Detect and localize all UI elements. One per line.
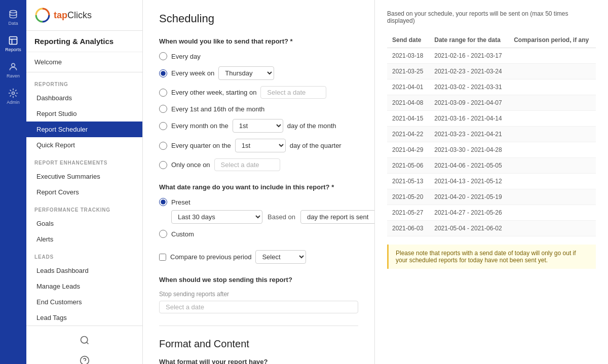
sidebar-item-report-studio[interactable]: Report Studio (26, 106, 142, 122)
table-row: 2021-04-08 2021-03-09 - 2021-04-07 (387, 95, 596, 111)
day-of-week-select[interactable]: Thursday Monday Tuesday Wednesday Friday… (218, 66, 274, 80)
sidebar-welcome[interactable]: Welcome (26, 52, 142, 72)
col-send-date: Send date (387, 32, 429, 48)
scheduling-title: Scheduling (159, 12, 358, 25)
day-of-month-label: day of the month (287, 122, 336, 130)
option-only-once: Only once on Select a date (159, 158, 358, 171)
label-every-week: Every week on (171, 69, 214, 77)
sidebar-item-end-customers[interactable]: End Customers (26, 294, 142, 310)
day-of-quarter-label: day of the quarter (290, 142, 341, 149)
sidebar-section-enhancements: REPORT ENHANCEMENTS (26, 153, 142, 169)
table-row: 2021-03-25 2021-02-23 - 2021-03-24 (387, 64, 596, 79)
sidebar-item-goals[interactable]: Goals (26, 216, 142, 231)
label-every-day: Every day (171, 53, 201, 60)
radio-every-quarter[interactable] (159, 142, 167, 150)
month-day-select[interactable]: 1st2nd3rd (233, 119, 283, 133)
label-every-month: Every month on the (171, 122, 229, 130)
option-every-other-week: Every other week, starting on Select a d… (159, 86, 358, 99)
table-row: 2021-05-27 2021-04-27 - 2021-05-26 (387, 205, 596, 221)
sidebar-item-lead-tags[interactable]: Lead Tags (26, 310, 142, 326)
preset-controls: Last 30 days Last 7 days Last 14 days La… (171, 210, 358, 224)
svg-rect-1 (10, 36, 17, 44)
sidebar-item-report-covers[interactable]: Report Covers (26, 184, 142, 200)
table-row: 2021-04-15 2021-03-16 - 2021-04-14 (387, 111, 596, 127)
sidebar-item-report-scheduler[interactable]: Report Scheduler (26, 122, 142, 137)
sidebar-item-executive-summaries[interactable]: Executive Summaries (26, 169, 142, 184)
compare-checkbox[interactable] (159, 254, 166, 261)
send-date-cell: 2021-04-29 (387, 142, 429, 158)
radio-every-month[interactable] (159, 122, 167, 130)
search-icon-bottom[interactable] (71, 330, 98, 350)
send-date-cell: 2021-05-13 (387, 174, 429, 189)
sidebar-section-leads: LEADS (26, 247, 142, 263)
preset-period-select[interactable]: Last 30 days Last 7 days Last 14 days La… (171, 210, 262, 224)
quarter-day-select[interactable]: 1st2nd3rd (235, 139, 286, 152)
sidebar-item-alerts[interactable]: Alerts (26, 231, 142, 247)
radio-every-day[interactable] (159, 52, 167, 60)
send-date-cell: 2021-04-15 (387, 111, 429, 127)
stop-date-input[interactable]: Select a date (159, 301, 358, 313)
svg-point-2 (12, 63, 15, 67)
table-row: 2021-05-20 2021-04-20 - 2021-05-19 (387, 189, 596, 205)
once-date[interactable]: Select a date (214, 158, 280, 171)
icon-rail: Data Reports Raven Admin (0, 0, 26, 364)
label-every-quarter: Every quarter on the (171, 142, 231, 149)
date-range-cell: 2021-04-27 - 2021-05-26 (429, 205, 509, 221)
radio-every-week[interactable] (159, 69, 167, 77)
col-comparison: Comparison period, if any (509, 32, 596, 48)
sidebar-item-quick-report[interactable]: Quick Report (26, 137, 142, 153)
radio-preset[interactable] (159, 198, 167, 206)
date-range-cell: 2021-03-02 - 2021-03-31 (429, 79, 509, 95)
other-week-date[interactable]: Select a date (260, 86, 326, 99)
help-icon-bottom[interactable] (71, 350, 98, 364)
comparison-cell (509, 221, 596, 236)
custom-option: Custom (159, 230, 358, 238)
question3: When should we stop sending this report? (159, 276, 358, 284)
label-1st-16th: Every 1st and 16th of the month (171, 105, 264, 113)
stop-label: Stop sending reports after (159, 291, 358, 298)
based-on-select[interactable]: day the report is sent calendar month (300, 210, 375, 224)
date-range-cell: 2021-02-23 - 2021-03-24 (429, 64, 509, 79)
rail-item-data[interactable]: Data (0, 4, 26, 30)
table-row: 2021-04-22 2021-03-23 - 2021-04-21 (387, 127, 596, 142)
compare-select[interactable]: Select (255, 250, 306, 264)
sidebar-item-manage-leads[interactable]: Manage Leads (26, 278, 142, 294)
radio-only-once[interactable] (159, 161, 167, 169)
sidebar-item-dashboards[interactable]: Dashboards (26, 90, 142, 106)
sidebar-section-reporting: REPORTING (26, 74, 142, 90)
svg-line-7 (86, 342, 88, 344)
radio-custom[interactable] (159, 230, 167, 238)
scheduling-panel: Scheduling When would you like to send t… (143, 0, 375, 364)
sidebar: tapClicks Reporting & Analytics Welcome … (26, 0, 143, 364)
svg-point-0 (10, 10, 16, 13)
send-date-cell: 2021-04-22 (387, 127, 429, 142)
comparison-cell (509, 48, 596, 64)
date-range-cell: 2021-03-23 - 2021-04-21 (429, 127, 509, 142)
table-row: 2021-06-03 2021-05-04 - 2021-06-02 (387, 221, 596, 236)
logo-text: tapClicks (54, 10, 92, 21)
date-range-cell: 2021-05-04 - 2021-06-02 (429, 221, 509, 236)
rail-item-admin[interactable]: Admin (0, 83, 26, 109)
comparison-cell (509, 95, 596, 111)
rail-item-reports[interactable]: Reports (0, 30, 26, 57)
comparison-cell (509, 158, 596, 174)
send-schedule-options: Every day Every week on Thursday Monday … (159, 52, 358, 171)
radio-1st-16th[interactable] (159, 105, 167, 113)
rail-item-raven[interactable]: Raven (0, 57, 26, 83)
sidebar-title: Reporting & Analytics (26, 31, 142, 52)
option-every-quarter: Every quarter on the 1st2nd3rd day of th… (159, 139, 358, 152)
svg-point-6 (81, 337, 87, 343)
compare-label: Compare to previous period (170, 253, 251, 261)
send-date-cell: 2021-03-25 (387, 64, 429, 79)
sidebar-section-performance: PERFORMANCE TRACKING (26, 200, 142, 216)
radio-every-other-week[interactable] (159, 89, 167, 97)
comparison-cell (509, 142, 596, 158)
label-only-once: Only once on (171, 161, 210, 169)
sidebar-bottom (26, 326, 142, 364)
label-every-other-week: Every other week, starting on (171, 89, 256, 96)
radio-row-preset: Preset (159, 198, 358, 206)
table-row: 2021-04-29 2021-03-30 - 2021-04-28 (387, 142, 596, 158)
comparison-cell (509, 205, 596, 221)
svg-point-5 (41, 13, 45, 17)
sidebar-item-leads-dashboard[interactable]: Leads Dashboard (26, 263, 142, 278)
